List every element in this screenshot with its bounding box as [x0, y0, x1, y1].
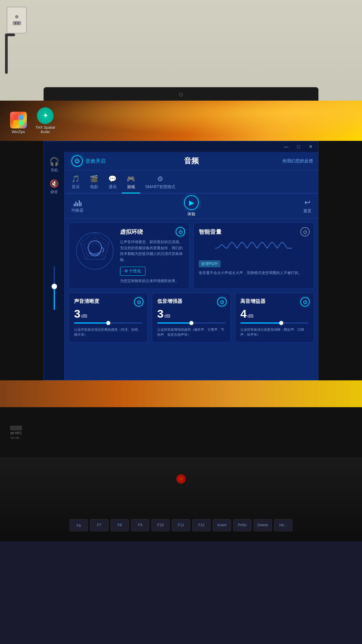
key-f9[interactable]: F9	[131, 519, 149, 531]
smart-tab-icon: ⚙	[157, 175, 163, 183]
treble-db-display: 4dB	[240, 307, 309, 320]
svg-point-0	[76, 232, 113, 269]
bass-title: 低音增强器	[157, 298, 226, 305]
taskbar-item-1: ott HPC ies wir...	[10, 426, 22, 439]
sub-toolbar: 均衡器 ▶ 体验 ↩ 重置	[65, 194, 318, 219]
key-f10-label: F10	[158, 523, 164, 527]
treble-card: ⏻ 高音增益器 4dB 让这些音效淡出或更加清晰（脚步	[235, 293, 314, 342]
smart-volume-desc: 使音量不会太小声或太大声，安静模式使您周围的人不被打扰。	[199, 270, 309, 276]
minimize-button[interactable]: —	[282, 143, 291, 150]
key-f8[interactable]: F8	[111, 519, 129, 531]
surround-info: 虚拟环绕 让声音环绕着您，获得更好的沉浸感。无论您的音频设备的质量如何，我们的技…	[120, 228, 184, 283]
treble-value: 4	[240, 307, 247, 320]
key-f12-label: F12	[198, 523, 205, 527]
content-area: ⏻	[65, 219, 318, 346]
sidebar-headphone[interactable]: 🎧 耳机	[49, 157, 59, 173]
key-insert[interactable]: Insert	[213, 519, 231, 531]
comms-tab-icon: 💬	[108, 175, 117, 183]
surround-power-button[interactable]: ⏻	[176, 227, 185, 236]
waveform-visual	[199, 239, 309, 258]
key-f7[interactable]: F7	[90, 519, 109, 531]
clarity-value: 3	[74, 307, 80, 320]
smart-volume-badge: 处理PG中	[199, 260, 221, 267]
movie-tab-label: 电影	[90, 184, 98, 190]
svg-line-3	[102, 256, 104, 259]
close-button[interactable]: ✕	[307, 143, 315, 150]
tab-comms[interactable]: 💬 通讯	[103, 172, 122, 193]
clarity-db-display: 3dB	[74, 307, 142, 320]
mute-icon: 🔇	[50, 179, 59, 188]
surround-sub-desc: 为您定制独有的立体环绕视听效果。	[120, 278, 184, 283]
music-tab-label: 音乐	[72, 184, 80, 190]
winzips-desktop-icon[interactable]: WinZips	[7, 112, 30, 134]
game-tab-icon: 🎮	[127, 175, 135, 183]
movie-tab-icon: 🎬	[90, 175, 98, 183]
equalizer-label: 均衡器	[71, 208, 83, 213]
svg-line-4	[85, 256, 88, 259]
tab-movie[interactable]: 🎬 电影	[85, 172, 103, 193]
key-f11-label: F11	[178, 523, 184, 527]
headphone-icon: 🎧	[49, 157, 59, 166]
feedback-link[interactable]: 给我们您的反馈	[283, 158, 313, 164]
music-tab-icon: 🎵	[71, 175, 80, 183]
clarity-power-button[interactable]: ⏻	[134, 297, 143, 307]
key-f11[interactable]: F11	[172, 519, 190, 531]
volume-slider-container	[54, 201, 55, 375]
reset-label: 重置	[303, 208, 311, 214]
bass-value: 3	[157, 307, 164, 320]
tab-music[interactable]: 🎵 音乐	[66, 172, 85, 193]
smart-volume-power-button[interactable]: ⏻	[300, 227, 310, 236]
treble-desc: 让这些音效淡出或更加清晰（脚步声、口哨声、铃声等）	[240, 327, 309, 337]
bass-desc: 让这些音效增强或减弱（爆炸声、引擎声、节拍声、低音吉他声等）	[157, 327, 226, 337]
bass-power-button[interactable]: ⏻	[217, 297, 227, 307]
key-delete[interactable]: Delete	[254, 519, 272, 531]
comms-tab-label: 通讯	[109, 184, 117, 190]
maximize-button[interactable]: □	[295, 143, 302, 150]
key-f12[interactable]: F12	[192, 519, 211, 531]
experience-play-button[interactable]: ▶	[184, 195, 199, 210]
surround-sphere-visual	[74, 228, 116, 273]
key-f10[interactable]: F10	[152, 519, 170, 531]
fingerprint-button[interactable]	[176, 474, 186, 484]
key-prtsc[interactable]: PrtSc	[233, 519, 252, 531]
svg-point-6	[88, 241, 102, 254]
surround-desc: 让声音环绕着您，获得更好的沉浸感。无论您的音频设备的质量如何，我们的技术都能为您…	[120, 239, 184, 263]
volume-slider-thumb[interactable]	[52, 284, 57, 289]
nav-tabs: 🎵 音乐 🎬 电影 💬 通讯 🎮 游戏 ⚙ SMART智慧模式	[65, 170, 318, 194]
clarity-slider[interactable]	[74, 322, 142, 324]
effect-power-button[interactable]: ⏻	[71, 155, 83, 167]
effect-on-label: 音效开启	[85, 158, 106, 164]
treble-slider[interactable]	[240, 322, 309, 324]
key-insert-label: Insert	[217, 523, 227, 527]
personalize-button[interactable]: ⚙ 个性化	[120, 267, 145, 276]
key-f7-label: F7	[97, 523, 102, 527]
tab-game[interactable]: 🎮 游戏	[122, 172, 140, 194]
smart-volume-card: ⏻ 智能音量 处理PG中 使音量不会太小声或太大声，安静模式使您周围的人不被打扰…	[193, 223, 314, 289]
key-prtsc-label: PrtSc	[238, 523, 247, 527]
surround-title: 虚拟环绕	[120, 228, 184, 236]
clarity-card: ⏻ 声音清晰度 3dB 让这些音效呈现近距离的感觉（对	[69, 293, 148, 342]
treble-power-button[interactable]: ⏻	[300, 297, 310, 307]
clarity-title: 声音清晰度	[74, 298, 142, 305]
game-tab-label: 游戏	[127, 184, 135, 190]
tab-smart[interactable]: ⚙ SMART智慧模式	[140, 172, 180, 193]
bass-unit: dB	[164, 313, 171, 319]
equalizer-button[interactable]: 均衡器	[71, 199, 83, 213]
key-f9-label: F9	[138, 523, 142, 527]
treble-unit: dB	[247, 313, 254, 319]
smart-tab-label: SMART智慧模式	[145, 184, 175, 190]
mute-label: 静音	[51, 190, 58, 195]
winzips-label: WinZips	[12, 130, 25, 134]
volume-slider[interactable]	[54, 266, 55, 310]
experience-label: 体验	[187, 211, 195, 217]
bass-slider[interactable]	[157, 322, 226, 324]
key-home[interactable]: Ho...	[274, 519, 293, 531]
bass-db-display: 3dB	[157, 307, 226, 320]
key-delete-label: Delete	[257, 523, 268, 527]
sidebar-mute[interactable]: 🔇 静音	[50, 179, 59, 195]
key-f6[interactable]: F6	[70, 519, 88, 531]
headphone-label: 耳机	[51, 168, 58, 173]
thx-desktop-icon[interactable]: ✦ THX SpatialAudio	[34, 107, 57, 134]
sidebar: 🎧 耳机 🔇 静音	[44, 152, 65, 380]
reset-button[interactable]: ↩ 重置	[303, 198, 311, 214]
